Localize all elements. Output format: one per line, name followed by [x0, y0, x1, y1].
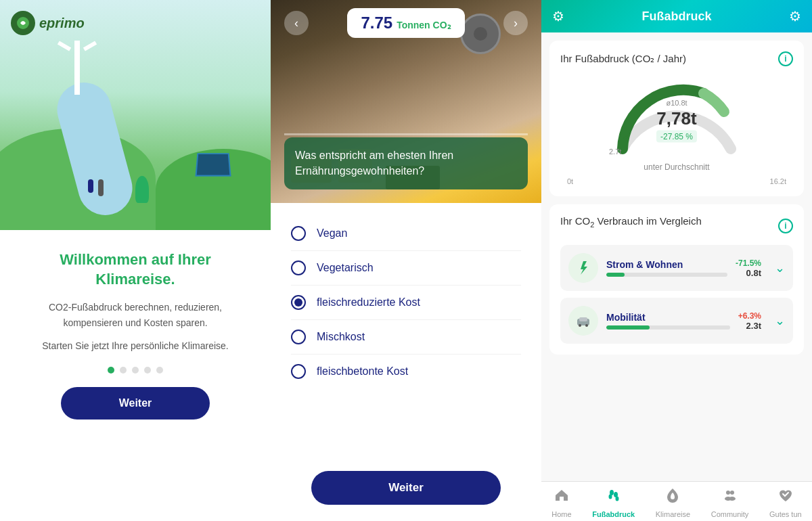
comparison-info-icon[interactable]: i: [778, 219, 793, 233]
strom-right: -71.5% 0.8t: [736, 258, 761, 278]
gauge-center: ø10.8t 7,78t -27.85 %: [656, 96, 697, 143]
co2-unit: Tonnen CO₂: [397, 20, 451, 30]
mobilitaet-right: +6.3% 2.3t: [738, 311, 761, 331]
info-icon[interactable]: i: [778, 51, 793, 66]
svg-point-13: [729, 497, 736, 501]
bottom-nav: Home Fußabdruck Klimareise: [541, 481, 812, 521]
footprint-card: Ihr Fußabdruck (CO₂ / Jahr) i ø10.8t: [549, 41, 804, 196]
co2-badge: 7.75 Tonnen CO₂: [347, 8, 464, 38]
option-vegan[interactable]: Vegan: [291, 217, 521, 251]
nav-klimareise[interactable]: Klimareise: [650, 487, 696, 518]
next-arrow[interactable]: ›: [503, 11, 528, 35]
person-figure: [98, 179, 104, 196]
welcome-sub-description: Starten Sie jetzt Ihre persönliche Klima…: [42, 338, 228, 353]
radio-fleischreduziert: [291, 295, 306, 310]
svg-point-4: [579, 324, 581, 327]
hero-illustration: eprimo: [0, 0, 271, 230]
svg-point-9: [615, 497, 618, 501]
svg-point-5: [585, 324, 588, 327]
option-fleischbetont[interactable]: fleischbetonte Kost: [291, 355, 521, 388]
strom-bar-bg: [606, 273, 727, 277]
strom-expand-icon[interactable]: ⌄: [775, 260, 785, 275]
filter-icon[interactable]: ⚙: [552, 8, 564, 24]
welcome-text-area: Willkommen auf Ihrer Klimareise. CO2-Fuß…: [0, 230, 271, 521]
strom-value: 0.8t: [736, 268, 761, 278]
comparison-title: Ihr CO2 Verbrauch im Vergleich: [560, 215, 702, 229]
header-title: Fußabdruck: [641, 9, 711, 24]
dot-2: [120, 367, 127, 373]
dot-1: [108, 367, 114, 373]
panel-footprint: ⚙ Fußabdruck ⚙ Ihr Fußabdruck (CO₂ / Jah…: [541, 0, 812, 521]
person-figure: [88, 179, 93, 193]
radio-vegetarisch: [291, 260, 306, 275]
under-average-text: unter Durchschnitt: [560, 162, 793, 172]
footprint-section-title: Ihr Fußabdruck (CO₂ / Jahr): [560, 53, 686, 65]
mobilitaet-info: Mobilität: [606, 312, 730, 330]
svg-point-11: [730, 491, 734, 495]
option-vegetarisch-label: Vegetarisch: [317, 262, 374, 274]
mobilitaet-pct: +6.3%: [738, 311, 761, 321]
nav-gutes-tun[interactable]: Gutes tun: [764, 487, 807, 518]
logo-icon: [11, 11, 35, 35]
radio-mischkost: [291, 330, 306, 344]
gauge-scale: 0t 16.2t: [560, 177, 793, 185]
nav-home[interactable]: Home: [546, 487, 577, 518]
nav-fussabdruck-label: Fußabdruck: [592, 510, 635, 518]
mobilitaet-name: Mobilität: [606, 312, 730, 323]
nav-fussabdruck[interactable]: Fußabdruck: [587, 487, 640, 518]
progress-dots: [108, 367, 163, 373]
scale-max: 16.2t: [770, 177, 786, 185]
dot-5: [156, 367, 163, 373]
option-fleischreduziert[interactable]: fleischreduzierte Kost: [291, 286, 521, 320]
footprint-percentage: -27.85 %: [656, 131, 697, 143]
quiz-btn-area: Weiter: [271, 460, 541, 521]
svg-point-8: [608, 495, 612, 499]
question-text: Was entspricht am ehesten Ihren Ernährun…: [295, 150, 453, 176]
strom-bar-fill: [606, 273, 625, 277]
prev-arrow[interactable]: ‹: [284, 11, 309, 35]
category-mobilitaet[interactable]: Mobilität +6.3% 2.3t ⌄: [560, 298, 793, 344]
nav-gutes-tun-label: Gutes tun: [769, 510, 802, 518]
welcome-title: Willkommen auf Ihrer Klimareise.: [27, 250, 244, 289]
quiz-weiter-button[interactable]: Weiter: [311, 471, 501, 505]
option-vegan-label: Vegan: [317, 227, 347, 240]
nav-community-label: Community: [711, 510, 749, 518]
options-list: Vegan Vegetarisch fleischreduzierte Kost…: [271, 203, 541, 460]
fridge-shelf: [284, 133, 528, 135]
klimareise-icon: [664, 487, 681, 507]
footprint-content[interactable]: Ihr Fußabdruck (CO₂ / Jahr) i ø10.8t: [541, 32, 812, 481]
scale-min: 0t: [567, 177, 573, 185]
dot-3: [132, 367, 139, 373]
radio-fleischbetont: [291, 364, 306, 379]
windmill: [74, 41, 80, 95]
main-footprint-value: 7,78t: [656, 108, 697, 129]
weiter-button[interactable]: Weiter: [61, 387, 210, 420]
radio-vegan: [291, 226, 306, 241]
option-fleischreduziert-label: fleischreduzierte Kost: [317, 296, 420, 309]
mobilitaet-icon: [568, 306, 598, 336]
svg-rect-3: [579, 317, 587, 321]
mobilitaet-expand-icon[interactable]: ⌄: [775, 313, 785, 328]
nav-community[interactable]: Community: [706, 487, 754, 518]
comparison-section: Ihr CO2 Verbrauch im Vergleich i Strom &…: [549, 204, 804, 355]
nav-home-label: Home: [551, 510, 571, 518]
settings-icon[interactable]: ⚙: [789, 8, 801, 24]
dot-4: [144, 367, 151, 373]
footprint-card-header: Ihr Fußabdruck (CO₂ / Jahr) i: [560, 51, 793, 66]
panel-welcome: eprimo Willkommen auf Ihrer Klimareise. …: [0, 0, 271, 521]
category-strom-wohnen[interactable]: Strom & Wohnen -71.5% 0.8t ⌄: [560, 245, 793, 291]
option-mischkost[interactable]: Mischkost: [291, 320, 521, 355]
mobilitaet-bar-bg: [606, 325, 730, 330]
comparison-header: Ihr CO2 Verbrauch im Vergleich i: [560, 215, 793, 237]
radio-selected-dot: [294, 298, 302, 307]
footprint-header: ⚙ Fußabdruck ⚙: [541, 0, 812, 32]
community-icon: [722, 487, 738, 507]
co2-subscript: 2: [590, 221, 594, 229]
mobilitaet-bar-fill: [606, 325, 650, 330]
option-mischkost-label: Mischkost: [317, 331, 365, 343]
logo-text: eprimo: [39, 16, 85, 31]
strom-info: Strom & Wohnen: [606, 259, 727, 277]
welcome-description: CO2-Fußabdruck berechnen, reduzieren, ko…: [27, 300, 244, 330]
solar-panel: [195, 153, 231, 177]
option-vegetarisch[interactable]: Vegetarisch: [291, 251, 521, 286]
